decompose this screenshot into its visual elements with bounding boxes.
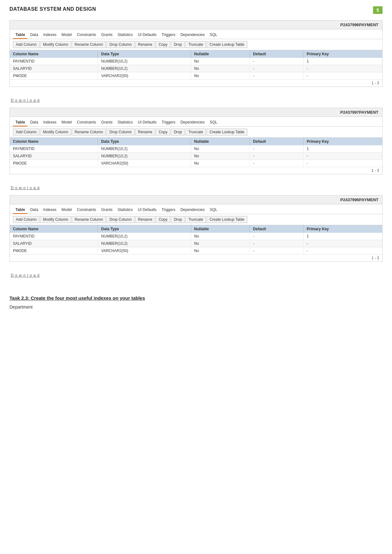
cell-r2-c2: No: [191, 72, 250, 80]
btn-rename-1[interactable]: Rename: [135, 41, 155, 48]
cell-r2-c3: -: [250, 247, 304, 255]
tab-model-1[interactable]: Model: [59, 31, 75, 39]
panel-toolbar-3: Add ColumnModify ColumnRename ColumnDrop…: [10, 214, 382, 225]
btn-drop-column-3[interactable]: Drop Column: [106, 216, 135, 223]
tab-grants-2[interactable]: Grants: [99, 119, 115, 126]
pagination-3: 1 - 3: [10, 255, 382, 262]
btn-rename-3[interactable]: Rename: [135, 216, 155, 223]
btn-truncate-3[interactable]: Truncate: [185, 216, 206, 223]
cell-r1-c2: No: [191, 153, 250, 160]
btn-drop-3[interactable]: Drop: [171, 216, 185, 223]
btn-modify-column-3[interactable]: Modify Column: [40, 216, 71, 223]
tab-triggers-3[interactable]: Triggers: [159, 206, 178, 214]
btn-drop-column-1[interactable]: Drop Column: [106, 41, 135, 48]
tab-triggers-2[interactable]: Triggers: [159, 119, 178, 126]
col-header-default: Default: [250, 138, 304, 145]
panels-container: P2437996PAYMENTTableDataIndexesModelCons…: [9, 20, 383, 283]
btn-create-lookup-table-1[interactable]: Create Lookup Table: [207, 41, 247, 48]
btn-copy-2[interactable]: Copy: [156, 129, 170, 135]
tab-statistics-2[interactable]: Statistics: [115, 119, 135, 126]
col-header-nullable: Nullable: [191, 225, 250, 233]
tab-sql-3[interactable]: SQL: [207, 206, 220, 214]
data-table-2: Column NameData TypeNullableDefaultPrima…: [10, 138, 382, 167]
tab-model-2[interactable]: Model: [59, 119, 75, 126]
tab-grants-3[interactable]: Grants: [99, 206, 115, 214]
btn-rename-column-3[interactable]: Rename Column: [72, 216, 106, 223]
cell-r2-c0: PMODE: [10, 160, 98, 167]
cell-r0-c1: NUMBER(10,2): [98, 145, 191, 153]
tab-table-3[interactable]: Table: [13, 206, 27, 214]
btn-copy-1[interactable]: Copy: [156, 41, 170, 48]
tab-table-1[interactable]: Table: [13, 31, 27, 39]
cell-r0-c0: PAYMENTID: [10, 145, 98, 153]
btn-rename-2[interactable]: Rename: [135, 129, 155, 135]
tab-dependencies-2[interactable]: Dependencies: [178, 119, 207, 126]
btn-add-column-1[interactable]: Add Column: [13, 41, 39, 48]
btn-truncate-1[interactable]: Truncate: [185, 41, 206, 48]
cell-r0-c1: NUMBER(10,2): [98, 58, 191, 65]
panel-header-2: P2437997PAYMENT: [10, 108, 382, 117]
tab-triggers-1[interactable]: Triggers: [159, 31, 178, 39]
tab-sql-1[interactable]: SQL: [207, 31, 220, 39]
tab-indexes-3[interactable]: Indexes: [41, 206, 59, 214]
download-link-1[interactable]: D o w n l o a d: [11, 98, 40, 103]
col-header-nullable: Nullable: [191, 50, 250, 58]
btn-create-lookup-table-3[interactable]: Create Lookup Table: [207, 216, 247, 223]
tab-dependencies-1[interactable]: Dependencies: [178, 31, 207, 39]
btn-add-column-3[interactable]: Add Column: [13, 216, 39, 223]
col-header-default: Default: [250, 225, 304, 233]
btn-create-lookup-table-2[interactable]: Create Lookup Table: [207, 129, 247, 135]
tab-indexes-1[interactable]: Indexes: [41, 31, 59, 39]
tab-statistics-1[interactable]: Statistics: [115, 31, 135, 39]
btn-add-column-2[interactable]: Add Column: [13, 129, 39, 135]
btn-modify-column-1[interactable]: Modify Column: [40, 41, 71, 48]
page-number-badge: 5: [373, 6, 383, 14]
cell-r0-c4: 1: [304, 145, 383, 153]
pagination-2: 1 - 3: [10, 167, 382, 174]
cell-r0-c2: No: [191, 233, 250, 240]
tab-table-2[interactable]: Table: [13, 119, 27, 126]
db-panel-1: P2437996PAYMENTTableDataIndexesModelCons…: [9, 20, 383, 87]
btn-copy-3[interactable]: Copy: [156, 216, 170, 223]
btn-drop-1[interactable]: Drop: [171, 41, 185, 48]
table-row: SALARYIDNUMBER(10,2)No--: [10, 240, 382, 247]
tab-dependencies-3[interactable]: Dependencies: [178, 206, 207, 214]
col-header-default: Default: [250, 50, 304, 58]
col-header-primary-key: Primary Key: [304, 225, 383, 233]
tab-constraints-2[interactable]: Constraints: [75, 119, 99, 126]
tab-ui-defaults-2[interactable]: UI Defaults: [135, 119, 159, 126]
tab-constraints-3[interactable]: Constraints: [75, 206, 99, 214]
tab-statistics-3[interactable]: Statistics: [115, 206, 135, 214]
pagination-1: 1 - 3: [10, 80, 382, 87]
tab-data-2[interactable]: Data: [27, 119, 40, 126]
tab-indexes-2[interactable]: Indexes: [41, 119, 59, 126]
table-row: PAYMENTIDNUMBER(10,2)No-1: [10, 145, 382, 153]
tab-grants-1[interactable]: Grants: [99, 31, 115, 39]
tab-ui-defaults-1[interactable]: UI Defaults: [135, 31, 159, 39]
cell-r2-c0: PMODE: [10, 72, 98, 80]
cell-r1-c4: -: [304, 240, 383, 247]
tab-sql-2[interactable]: SQL: [207, 119, 220, 126]
btn-drop-2[interactable]: Drop: [171, 129, 185, 135]
btn-modify-column-2[interactable]: Modify Column: [40, 129, 71, 135]
download-link-3[interactable]: D o w n l o a d: [11, 273, 40, 278]
cell-r1-c4: -: [304, 153, 383, 160]
page-header: DATABASE SYSTEM AND DESIGN 5: [9, 6, 383, 14]
btn-drop-column-2[interactable]: Drop Column: [106, 129, 135, 135]
tab-data-1[interactable]: Data: [27, 31, 40, 39]
btn-truncate-2[interactable]: Truncate: [185, 129, 206, 135]
panel-toolbar-1: Add ColumnModify ColumnRename ColumnDrop…: [10, 39, 382, 50]
download-link-2[interactable]: D o w n l o a d: [11, 186, 40, 190]
cell-r1-c2: No: [191, 65, 250, 72]
btn-rename-column-2[interactable]: Rename Column: [72, 129, 106, 135]
panel-toolbar-2: Add ColumnModify ColumnRename ColumnDrop…: [10, 127, 382, 138]
col-header-data-type: Data Type: [98, 225, 191, 233]
tab-ui-defaults-3[interactable]: UI Defaults: [135, 206, 159, 214]
tab-constraints-1[interactable]: Constraints: [75, 31, 99, 39]
cell-r0-c3: -: [250, 58, 304, 65]
tab-data-3[interactable]: Data: [27, 206, 40, 214]
cell-r1-c4: -: [304, 65, 383, 72]
btn-rename-column-1[interactable]: Rename Column: [72, 41, 106, 48]
tab-model-3[interactable]: Model: [59, 206, 75, 214]
panel-header-1: P2437996PAYMENT: [10, 21, 382, 29]
